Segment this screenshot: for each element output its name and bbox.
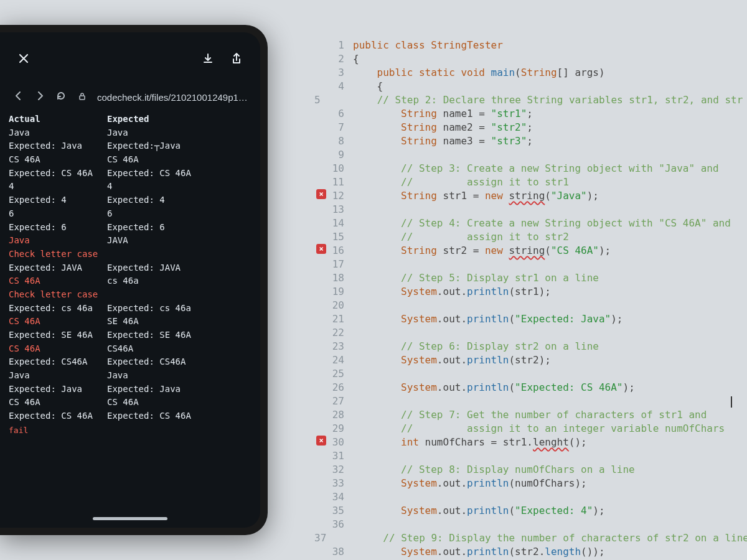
home-indicator[interactable] xyxy=(93,517,167,520)
code-content[interactable]: // assign it to str2 xyxy=(353,230,569,244)
table-cell-actual: Check letter case xyxy=(9,288,96,302)
code-content[interactable]: // Step 5: Display str1 on a line xyxy=(353,271,599,285)
code-content[interactable]: String name1 = "str1"; xyxy=(353,107,533,121)
code-content[interactable] xyxy=(353,394,732,408)
code-line[interactable]: ×30 int numOfChars = str1.lenght(); xyxy=(314,436,741,449)
code-line[interactable]: 31 xyxy=(314,449,741,463)
code-line[interactable]: 10 // Step 3: Create a new String object… xyxy=(314,162,741,175)
share-icon[interactable] xyxy=(228,50,245,67)
code-content[interactable]: String str2 = new string("CS 46A"); xyxy=(353,244,611,258)
code-line[interactable]: 22 xyxy=(314,326,741,340)
phone-screen: codecheck.it/files/21021001249p1b4a9sn32… xyxy=(0,32,260,528)
download-icon[interactable] xyxy=(199,50,217,67)
code-content[interactable]: System.out.println(str2); xyxy=(353,353,551,367)
table-cell-actual: CS 46A xyxy=(9,153,96,167)
code-content[interactable]: System.out.println(str1); xyxy=(353,285,551,299)
code-line[interactable]: 6 String name1 = "str1"; xyxy=(314,107,741,121)
table-cell-actual: CS 46A xyxy=(9,274,96,288)
gutter-marker: × xyxy=(314,244,328,254)
code-line[interactable]: 11 // assign it to str1 xyxy=(314,175,741,189)
code-content[interactable]: // Step 8: Display numOfChars on a line xyxy=(353,463,635,477)
error-icon[interactable]: × xyxy=(316,436,326,446)
line-number: 19 xyxy=(328,285,353,299)
code-line[interactable]: 38 System.out.println(str2.length()); xyxy=(314,545,741,559)
code-line[interactable]: ×12 String str1 = new string("Java"); xyxy=(314,189,741,203)
code-content[interactable]: // Step 7: Get the number of characters … xyxy=(353,408,707,422)
code-line[interactable]: 23 // Step 6: Display str2 on a line xyxy=(314,340,741,353)
code-line[interactable]: 19 System.out.println(str1); xyxy=(314,285,741,299)
code-content[interactable]: System.out.println("Expected: CS 46A"); xyxy=(353,381,635,394)
code-content[interactable]: // Step 3: Create a new String object wi… xyxy=(353,162,719,175)
code-content[interactable]: // Step 2: Declare three String variable… xyxy=(329,93,743,107)
table-cell-actual: Check letter case xyxy=(9,248,96,261)
code-line[interactable]: 7 String name2 = "str2"; xyxy=(314,121,741,134)
code-line[interactable]: ×16 String str2 = new string("CS 46A"); xyxy=(314,244,741,258)
code-content[interactable]: String str1 = new string("Java"); xyxy=(353,189,599,203)
line-number: 5 xyxy=(314,93,329,107)
line-number: 17 xyxy=(328,258,353,271)
code-line[interactable]: 34 xyxy=(314,490,741,504)
close-icon[interactable] xyxy=(15,50,32,67)
code-line[interactable]: 35 System.out.println("Expected: 4"); xyxy=(314,504,741,518)
code-content[interactable]: // assign it to str1 xyxy=(353,175,569,189)
line-number: 21 xyxy=(328,312,353,326)
code-line[interactable]: 4 { xyxy=(314,80,741,93)
code-line[interactable]: 36 xyxy=(314,518,741,531)
code-line[interactable]: 37 // Step 9: Display the number of char… xyxy=(314,531,741,545)
code-line[interactable]: 21 System.out.println("Expected: Java"); xyxy=(314,312,741,326)
table-cell-expected: JAVA xyxy=(107,234,251,248)
code-content[interactable]: System.out.println(numOfChars); xyxy=(353,477,587,490)
code-content[interactable]: System.out.println("Expected: Java"); xyxy=(353,312,623,326)
table-cell-actual: 4 xyxy=(9,180,96,194)
code-line[interactable]: 24 System.out.println(str2); xyxy=(314,353,741,367)
table-cell-expected xyxy=(107,248,251,261)
code-line[interactable]: 29 // assign it to an integer variable n… xyxy=(314,422,741,436)
code-content[interactable]: { xyxy=(353,80,383,93)
table-cell-expected: Java xyxy=(107,126,251,140)
url-text[interactable]: codecheck.it/files/21021001249p1b4a9sn32… xyxy=(97,92,248,103)
line-number: 24 xyxy=(328,353,353,367)
code-line[interactable]: 8 String name3 = "str3"; xyxy=(314,134,741,148)
code-line[interactable]: 28 // Step 7: Get the number of characte… xyxy=(314,408,741,422)
error-icon[interactable]: × xyxy=(316,189,326,199)
code-content[interactable]: public class StringTester xyxy=(353,39,503,52)
code-content[interactable]: public static void main(String[] args) xyxy=(353,66,605,80)
code-line[interactable]: 14 // Step 4: Create a new String object… xyxy=(314,217,741,230)
code-line[interactable]: 17 xyxy=(314,258,741,271)
code-content[interactable]: // Step 9: Display the number of charact… xyxy=(335,531,747,545)
code-line[interactable]: 33 System.out.println(numOfChars); xyxy=(314,477,741,490)
code-content[interactable]: // Step 4: Create a new String object wi… xyxy=(353,217,731,230)
code-content[interactable]: // assign it to an integer variable numO… xyxy=(353,422,725,436)
forward-icon[interactable] xyxy=(34,91,46,104)
code-line[interactable]: 25 xyxy=(314,367,741,381)
line-number: 11 xyxy=(328,175,353,189)
back-icon[interactable] xyxy=(12,91,25,104)
code-line[interactable]: 3 public static void main(String[] args) xyxy=(314,66,741,80)
code-line[interactable]: 26 System.out.println("Expected: CS 46A"… xyxy=(314,381,741,394)
code-line[interactable]: 13 xyxy=(314,203,741,217)
code-line[interactable]: 20 xyxy=(314,299,741,312)
column-header-expected: Expected xyxy=(107,113,251,126)
code-line[interactable]: 15 // assign it to str2 xyxy=(314,230,741,244)
code-content[interactable]: System.out.println(str2.length()); xyxy=(353,545,605,559)
code-content[interactable]: int numOfChars = str1.lenght(); xyxy=(353,436,587,449)
code-content[interactable]: { xyxy=(353,52,359,66)
code-content[interactable]: System.out.println("Expected: 4"); xyxy=(353,504,605,518)
line-number: 35 xyxy=(328,504,353,518)
table-cell-expected: 4 xyxy=(107,180,251,194)
code-content[interactable]: String name3 = "str3"; xyxy=(353,134,533,148)
code-line[interactable]: 27 xyxy=(314,394,741,408)
code-line[interactable]: 18 // Step 5: Display str1 on a line xyxy=(314,271,741,285)
code-line[interactable]: 32 // Step 8: Display numOfChars on a li… xyxy=(314,463,741,477)
line-number: 33 xyxy=(328,477,353,490)
code-content[interactable]: // Step 6: Display str2 on a line xyxy=(353,340,599,353)
code-line[interactable]: 9 xyxy=(314,148,741,162)
code-line[interactable]: 5 // Step 2: Declare three String variab… xyxy=(314,93,741,107)
error-icon[interactable]: × xyxy=(316,244,326,254)
line-number: 27 xyxy=(328,394,353,408)
code-editor[interactable]: 1public class StringTester2{3 public sta… xyxy=(314,39,741,554)
code-content[interactable]: String name2 = "str2"; xyxy=(353,121,533,134)
reload-icon[interactable] xyxy=(55,91,67,104)
code-line[interactable]: 1public class StringTester xyxy=(314,39,741,52)
code-line[interactable]: 2{ xyxy=(314,52,741,66)
